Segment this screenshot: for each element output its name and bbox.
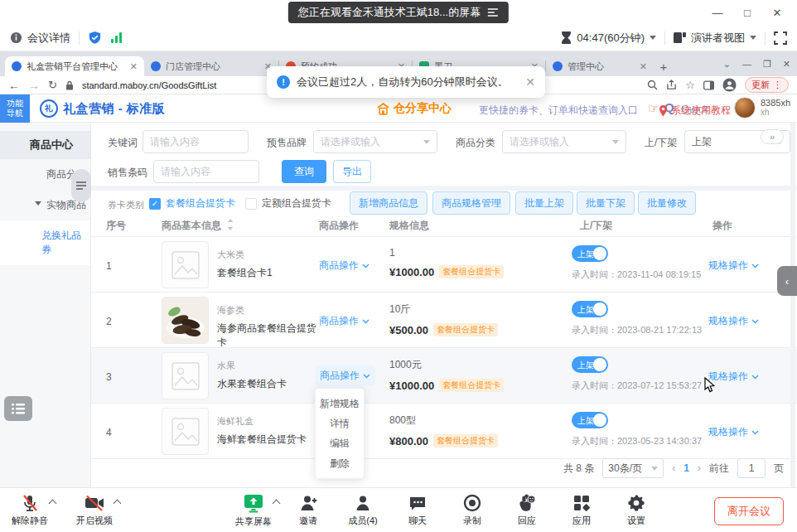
browser-close-icon[interactable]: ✕ bbox=[783, 59, 790, 70]
record-button[interactable]: 录制 bbox=[454, 494, 490, 528]
batch-on-shelf-button[interactable]: 批量上架 bbox=[515, 191, 573, 215]
product-category: 海鲜礼盒 bbox=[217, 415, 316, 428]
sidebar-item-gift-voucher[interactable]: 兑换礼品券 bbox=[0, 220, 90, 265]
meeting-timer[interactable]: 04:47(60分钟) bbox=[561, 31, 656, 46]
brand[interactable]: 礼 礼盒营销 - 标准版 bbox=[40, 99, 165, 118]
apps-button[interactable]: 应用 bbox=[563, 494, 600, 528]
browser-minimize-icon[interactable]: — bbox=[742, 59, 751, 69]
browser-restore-icon[interactable]: ❐ bbox=[763, 59, 771, 70]
goods-operation-dropdown-open[interactable]: 商品操作 bbox=[315, 365, 375, 386]
reload-icon[interactable]: ↻ bbox=[48, 79, 57, 91]
share-center-link[interactable]: 仓分享中心 bbox=[377, 101, 452, 116]
keyword-input[interactable] bbox=[142, 130, 249, 153]
tutorial-link[interactable]: 系统使用教程 bbox=[659, 104, 731, 118]
mic-options-caret[interactable] bbox=[49, 500, 57, 508]
new-tab-button[interactable]: + bbox=[654, 56, 674, 76]
browser-update-chip[interactable]: 更新 ⋮ bbox=[745, 77, 789, 93]
sort-icon[interactable] bbox=[227, 219, 234, 230]
window-maximize-button[interactable]: □ bbox=[736, 2, 759, 23]
tab-title: 礼盒营销平台管理中心 bbox=[27, 60, 125, 73]
table-row: 4 海鲜礼盒 海鲜套餐组合提货卡 800型 ¥800.00套餐组合提货卡 上架 … bbox=[91, 404, 797, 459]
goto-page-input[interactable] bbox=[737, 458, 766, 478]
fullscreen-icon[interactable] bbox=[774, 31, 787, 45]
reactions-button[interactable]: 回应 bbox=[509, 494, 545, 528]
spec-operation-dropdown[interactable]: 规格操作 bbox=[708, 259, 759, 273]
product-image-seacucumber bbox=[162, 297, 209, 344]
window-minimize-button[interactable]: — bbox=[706, 2, 729, 23]
page-unit-label: 页 bbox=[774, 462, 784, 476]
url-text[interactable]: standard.maboy.cn/GoodsGiftList bbox=[82, 80, 216, 90]
shelf-toggle[interactable]: 上架 bbox=[572, 245, 608, 262]
share-icon[interactable] bbox=[666, 80, 677, 90]
window-close-button[interactable]: ✕ bbox=[766, 2, 789, 23]
tab-search-chevron-icon[interactable]: ⌄ bbox=[723, 59, 731, 70]
search-button[interactable]: 查询 bbox=[282, 160, 326, 183]
video-options-caret[interactable] bbox=[114, 500, 122, 508]
page-size-select[interactable]: 30条/页 bbox=[602, 458, 664, 478]
toast-close-icon[interactable]: ✕ bbox=[525, 75, 535, 89]
checkbox-combo-card[interactable]: ✓ 套餐组合提货卡 bbox=[149, 196, 235, 210]
side-panel-icon[interactable] bbox=[703, 80, 714, 90]
profile-avatar-icon[interactable] bbox=[722, 78, 737, 92]
browser-tab-2[interactable]: 门店管理中心 ✕ bbox=[144, 56, 278, 76]
add-goods-button[interactable]: 新增商品信息 bbox=[350, 191, 427, 215]
back-icon[interactable]: ← bbox=[8, 79, 20, 92]
banner-menu-icon[interactable] bbox=[487, 7, 499, 17]
shelf-toggle[interactable]: 上架 bbox=[572, 301, 608, 317]
menu-item-add-spec[interactable]: 新增规格 bbox=[316, 394, 364, 414]
settings-button[interactable]: 设置 bbox=[618, 494, 655, 528]
scrollbar[interactable] bbox=[790, 123, 795, 487]
product-name: 水果套餐组合卡 bbox=[217, 377, 316, 391]
prev-page-button[interactable]: ‹ bbox=[672, 462, 675, 474]
unmute-button[interactable]: 解除静音 bbox=[12, 494, 48, 527]
browser-tab-5[interactable]: 管理中心 ✕ bbox=[546, 56, 654, 76]
shelf-toggle[interactable]: 上架 bbox=[572, 356, 608, 373]
barcode-input[interactable] bbox=[153, 160, 259, 183]
browser-tab-1[interactable]: 礼盒营销平台管理中心 ✕ bbox=[5, 56, 144, 76]
start-video-button[interactable]: 开启视频 bbox=[76, 494, 113, 527]
checkbox-fixed-card[interactable]: 定额组合提货卡 bbox=[245, 196, 331, 210]
spec-operation-dropdown[interactable]: 规格操作 bbox=[708, 425, 759, 439]
tab-close-icon[interactable]: ✕ bbox=[640, 61, 647, 72]
chat-button[interactable]: 聊天 bbox=[399, 494, 436, 528]
right-panel-handle[interactable]: ‹ bbox=[777, 266, 797, 296]
forward-icon[interactable]: → bbox=[28, 79, 40, 92]
network-signal-icon[interactable] bbox=[110, 32, 123, 44]
invite-button[interactable]: 邀请 bbox=[290, 494, 326, 528]
goods-operation-dropdown[interactable]: 商品操作 bbox=[319, 259, 370, 273]
batch-edit-button[interactable]: 批量修改 bbox=[638, 191, 696, 215]
category-select[interactable]: 请选择或输入 bbox=[502, 130, 626, 153]
sidebar-section-goods-center[interactable]: 商品中心 bbox=[0, 131, 90, 159]
leave-meeting-button[interactable]: 离开会议 bbox=[714, 497, 784, 525]
bookmark-star-icon[interactable]: ☆ bbox=[685, 79, 695, 91]
menu-item-detail[interactable]: 详情 bbox=[316, 414, 364, 433]
table-row: 1 大米类 套餐组合卡1 商品操作 1 ¥1000.00套餐组合提货卡 上架 录… bbox=[91, 237, 797, 293]
goods-operation-dropdown[interactable]: 商品操作 bbox=[319, 314, 370, 328]
next-page-button[interactable]: › bbox=[698, 462, 701, 474]
lock-icon[interactable] bbox=[65, 80, 74, 90]
share-screen-button[interactable]: 共享屏幕 bbox=[235, 494, 272, 528]
export-button[interactable]: 导出 bbox=[333, 160, 371, 183]
members-button[interactable]: 成员(4) bbox=[345, 494, 381, 528]
nav-toggle-button[interactable]: 功能 导航 bbox=[0, 94, 30, 123]
expand-filters-button[interactable]: » bbox=[761, 129, 784, 144]
spec-manage-button[interactable]: 商品规格管理 bbox=[432, 191, 510, 215]
share-options-caret[interactable] bbox=[273, 500, 281, 508]
spec-operation-dropdown[interactable]: 规格操作 bbox=[708, 370, 759, 384]
shelf-toggle[interactable]: 上架 bbox=[572, 412, 608, 428]
security-shield-icon[interactable] bbox=[88, 31, 102, 45]
tab-close-icon[interactable]: ✕ bbox=[130, 61, 138, 72]
tab-title: 门店管理中心 bbox=[166, 60, 259, 73]
sidebar-collapse-handle[interactable] bbox=[71, 169, 91, 202]
zoom-icon[interactable] bbox=[647, 80, 658, 90]
user-account[interactable]: 8385xh xh bbox=[734, 97, 790, 118]
brand-select[interactable]: 请选择或输入 bbox=[313, 130, 437, 153]
meeting-details[interactable]: 会议详情 bbox=[10, 31, 70, 46]
floating-list-button[interactable] bbox=[4, 396, 32, 421]
menu-item-edit[interactable]: 编辑 bbox=[316, 433, 364, 453]
current-page[interactable]: 1 bbox=[683, 462, 689, 474]
spec-operation-dropdown[interactable]: 规格操作 bbox=[708, 314, 759, 328]
menu-item-delete[interactable]: 删除 bbox=[316, 453, 364, 473]
batch-off-shelf-button[interactable]: 批量下架 bbox=[577, 191, 635, 215]
view-mode-selector[interactable]: 演讲者视图 bbox=[674, 31, 756, 46]
